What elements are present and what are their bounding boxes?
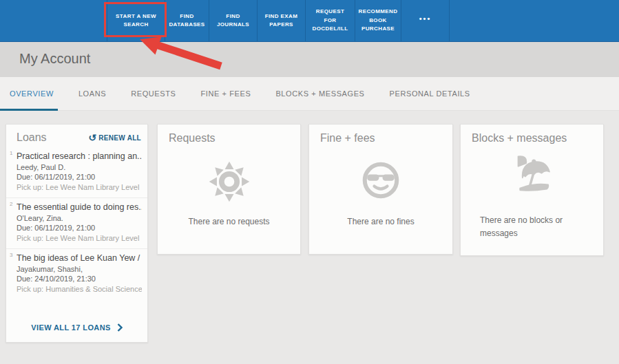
account-tab-bar: OVERVIEW LOANS REQUESTS FINE + FEES BLOC… <box>0 77 619 111</box>
nav-find-exam-papers[interactable]: FIND EXAM PAPERS <box>257 0 305 41</box>
tab-fine-fees[interactable]: FINE + FEES <box>201 89 251 98</box>
requests-card: Requests There are no requests <box>157 124 301 255</box>
loan-title[interactable]: The big ideas of Lee Kuan Yew / <box>17 253 142 263</box>
view-all-loans-button[interactable]: VIEW ALL 17 LOANS <box>6 313 147 342</box>
loans-card: Loans ↺ RENEW ALL 1 Practical research :… <box>6 124 148 343</box>
nav-find-databases[interactable]: FIND DATABASES <box>165 0 209 41</box>
nav-start-new-search[interactable]: START A NEW SEARCH <box>107 0 165 41</box>
renew-circular-arrow-icon: ↺ <box>88 133 96 142</box>
sun-icon <box>208 160 251 203</box>
tab-blocks-messages[interactable]: BLOCKS + MESSAGES <box>275 89 364 98</box>
loan-list-item[interactable]: 1 Practical research : planning an... Le… <box>6 147 147 197</box>
loan-due-date: Due: 24/10/2019, 21:30 <box>17 275 142 283</box>
nav-request-docdel-ill[interactable]: REQUEST FOR DOCDEL/ILL <box>305 0 355 41</box>
loan-title[interactable]: Practical research : planning an... <box>17 151 142 161</box>
loan-index: 3 <box>10 252 12 258</box>
requests-card-title: Requests <box>169 132 216 144</box>
loan-index: 2 <box>10 201 12 207</box>
tab-personal-details[interactable]: PERSONAL DETAILS <box>390 89 470 98</box>
no-requests-message: There are no requests <box>158 217 300 226</box>
tab-loans[interactable]: LOANS <box>78 89 106 98</box>
tab-overview[interactable]: OVERVIEW <box>10 89 54 98</box>
fine-fees-card: Fine + fees There are no fines <box>308 124 453 255</box>
loan-due-date: Due: 06/11/2019, 21:00 <box>17 173 142 181</box>
nav-find-journals[interactable]: FIND JOURNALS <box>209 0 257 41</box>
blocks-messages-card-title: Blocks + messages <box>472 132 567 144</box>
account-header-band: My Account <box>0 42 619 77</box>
loan-author: O'Leary, Zina. <box>17 214 142 222</box>
beach-umbrella-icon <box>510 153 554 197</box>
tab-requests[interactable]: REQUESTS <box>131 89 176 98</box>
my-account-page: START A NEW SEARCH FIND DATABASES FIND J… <box>0 0 619 364</box>
nav-more-ellipsis-icon[interactable]: ••• <box>401 0 450 41</box>
loan-title[interactable]: The essential guide to doing res... <box>17 202 142 212</box>
no-blocks-message: There are no blocks or messages <box>480 214 583 239</box>
sunglasses-face-icon <box>359 159 402 202</box>
loan-pickup-location: Pick up: Lee Wee Nam Library Level ... <box>17 234 142 242</box>
loan-index: 1 <box>10 150 12 156</box>
fine-fees-card-title: Fine + fees <box>320 132 375 144</box>
loan-due-date: Due: 06/11/2019, 21:00 <box>17 224 142 232</box>
loan-author: Leedy, Paul D. <box>17 163 142 171</box>
view-all-loans-label: VIEW ALL 17 LOANS <box>31 323 111 332</box>
loan-author: Jayakumar, Shashi, <box>17 265 142 273</box>
chevron-right-icon <box>117 323 123 332</box>
nav-recommend-book-purchase[interactable]: RECOMMEND BOOK PURCHASE <box>355 0 401 41</box>
top-nav: START A NEW SEARCH FIND DATABASES FIND J… <box>0 0 619 42</box>
page-title: My Account <box>19 51 90 67</box>
loan-list-item[interactable]: 2 The essential guide to doing res... O'… <box>6 197 147 248</box>
renew-all-button[interactable]: ↺ RENEW ALL <box>88 133 141 142</box>
loan-pickup-location: Pick up: Lee Wee Nam Library Level ... <box>17 183 142 191</box>
blocks-messages-card: Blocks + messages There are no blocks or… <box>460 124 604 256</box>
loan-pickup-location: Pick up: Humanities & Social Science... <box>17 285 142 293</box>
top-nav-items: START A NEW SEARCH FIND DATABASES FIND J… <box>107 0 619 41</box>
no-fines-message: There are no fines <box>309 217 452 226</box>
loan-list-item[interactable]: 3 The big ideas of Lee Kuan Yew / Jayaku… <box>6 248 147 299</box>
active-tab-indicator <box>0 109 58 111</box>
renew-all-label: RENEW ALL <box>98 134 141 142</box>
loans-card-title: Loans <box>17 131 47 144</box>
